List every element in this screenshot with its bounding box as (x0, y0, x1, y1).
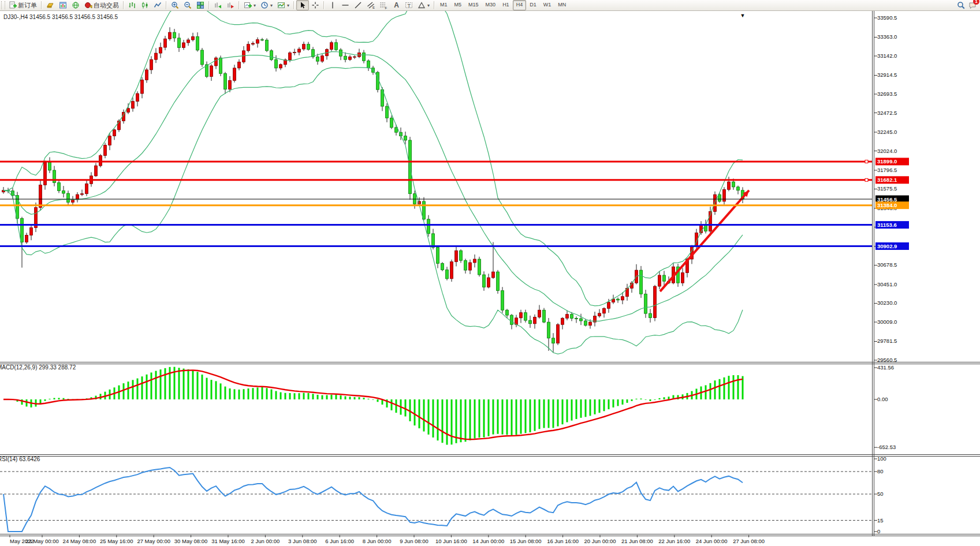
cursor-button[interactable] (296, 0, 309, 10)
indicators-button[interactable]: ▾ (241, 0, 258, 10)
svg-text:0.00: 0.00 (877, 396, 888, 402)
chart-shift-button[interactable] (224, 0, 237, 10)
zoomout-icon (184, 1, 192, 9)
crosshair-icon (311, 1, 319, 9)
svg-text:30678.5: 30678.5 (877, 261, 897, 268)
search-icon[interactable] (957, 1, 965, 9)
fibo-icon: F (379, 1, 387, 9)
shapes-button[interactable]: ▾ (415, 0, 432, 10)
channel-button[interactable]: E (364, 0, 377, 10)
mt4-window: 新订单自动交易▾▾▾EFAT▾M1M5M15M30H1H4D1W1MN1 335… (0, 0, 980, 546)
text-button[interactable]: A (390, 0, 403, 10)
linechart-icon (154, 1, 162, 9)
timeframe-h4-button[interactable]: H4 (513, 0, 527, 10)
svg-text:31682.1: 31682.1 (877, 177, 897, 183)
gold-icon (46, 1, 54, 9)
addind-icon (244, 1, 252, 9)
svg-text:8 Jun 00:00: 8 Jun 00:00 (363, 538, 392, 544)
svg-text:33142.0: 33142.0 (877, 53, 897, 59)
charts-button[interactable] (57, 0, 69, 10)
template-icon (277, 1, 285, 9)
templates-button[interactable]: ▾ (275, 0, 292, 10)
dropdown-arrow-icon[interactable]: ▾ (287, 3, 289, 8)
hline-button[interactable] (339, 0, 352, 10)
svg-text:10 Jun 16:00: 10 Jun 16:00 (435, 538, 467, 544)
timeframe-h1-button[interactable]: H1 (499, 0, 513, 10)
label-button[interactable]: T (403, 0, 415, 10)
vline-button[interactable] (326, 0, 339, 10)
doc-plus-icon (9, 1, 17, 9)
timeframe-m5-button[interactable]: M5 (451, 0, 465, 10)
timeframe-d1-button[interactable]: D1 (526, 0, 540, 10)
chart-canvas[interactable]: 33590.533363.033142.032914.532693.532472… (0, 0, 980, 546)
timeframe-m1-button[interactable]: M1 (437, 0, 451, 10)
svg-text:2 Jun 00:00: 2 Jun 00:00 (251, 538, 280, 544)
timeframe-mn-button[interactable]: MN (554, 0, 569, 10)
svg-text:24 Jun 00:00: 24 Jun 00:00 (696, 538, 728, 544)
svg-text:22 Jun 16:00: 22 Jun 16:00 (658, 538, 690, 544)
vline-icon (329, 1, 337, 9)
dropdown-arrow-icon[interactable]: ▾ (270, 3, 273, 8)
svg-text:30902.9: 30902.9 (877, 243, 897, 249)
chat-icon[interactable]: 1 (968, 1, 977, 9)
svg-text:80: 80 (877, 468, 884, 474)
svg-text:31 May 16:00: 31 May 16:00 (211, 538, 245, 544)
new-order-button[interactable]: 新订单 (6, 0, 39, 10)
svg-text:31456.5: 31456.5 (877, 196, 897, 203)
ohlc-icon (128, 1, 136, 9)
toolbar-separator (41, 1, 42, 9)
toolbar-right-group: 1 (957, 1, 980, 9)
autotrade-icon (84, 1, 92, 9)
signals-button[interactable] (69, 0, 82, 10)
svg-text:32914.5: 32914.5 (877, 72, 897, 78)
clock-icon (260, 1, 269, 9)
svg-text:27 May 00:00: 27 May 00:00 (137, 538, 170, 544)
tile-windows-button[interactable] (194, 0, 207, 10)
toolbar-separator (239, 1, 240, 9)
fibonacci-button[interactable]: F (377, 0, 390, 10)
toolbar-separator (166, 1, 167, 9)
crosshair-button[interactable] (309, 0, 322, 10)
timeframe-w1-button[interactable]: W1 (540, 0, 555, 10)
toolbar-separator (208, 1, 210, 9)
timeframe-m15-button[interactable]: M15 (465, 0, 482, 10)
candlestick-button[interactable] (139, 0, 151, 10)
shapes-icon (418, 1, 426, 9)
svg-text:6 Jun 16:00: 6 Jun 16:00 (325, 538, 354, 544)
auto-trading-button[interactable]: 自动交易 (82, 0, 121, 10)
bar-chart-button[interactable] (126, 0, 139, 10)
trendline-button[interactable] (352, 0, 364, 10)
svg-text:31575.5: 31575.5 (877, 185, 897, 192)
hline-handle[interactable] (865, 178, 868, 181)
globe-icon (72, 1, 80, 9)
auto-scroll-button[interactable] (211, 0, 224, 10)
svg-text:32245.0: 32245.0 (877, 129, 897, 135)
cursor-icon (299, 1, 307, 9)
svg-text:F: F (385, 6, 387, 10)
auto-trading-button-label: 自动交易 (94, 1, 119, 10)
zoom-out-button[interactable] (181, 0, 194, 10)
toolbar: 新订单自动交易▾▾▾EFAT▾M1M5M15M30H1H4D1W1MN1 (0, 0, 980, 11)
svg-text:29560.5: 29560.5 (877, 357, 897, 363)
zoomin-icon (171, 1, 179, 9)
line-chart-button[interactable] (151, 0, 164, 10)
zoom-in-button[interactable] (169, 0, 181, 10)
svg-text:24 May 08:00: 24 May 08:00 (63, 538, 96, 544)
svg-text:0: 0 (877, 528, 880, 534)
toolbar-separator (293, 1, 295, 9)
svg-text:T: T (408, 3, 411, 9)
timeframe-m30-button[interactable]: M30 (482, 0, 500, 10)
gold-button[interactable] (44, 0, 57, 10)
toolbar-separator (434, 1, 435, 9)
textA-icon: A (392, 1, 400, 9)
chartshift-icon (226, 1, 234, 9)
dropdown-arrow-icon[interactable]: ▾ (254, 3, 256, 8)
svg-text:50: 50 (877, 491, 884, 497)
dropdown-arrow-icon[interactable]: ▾ (427, 3, 430, 8)
hline-icon (341, 1, 349, 9)
hline-handle[interactable] (865, 160, 868, 163)
svg-text:30 May 08:00: 30 May 08:00 (174, 538, 208, 544)
labelT-icon: T (405, 1, 413, 9)
periods-button[interactable]: ▾ (258, 0, 275, 10)
svg-text:100: 100 (877, 455, 886, 462)
